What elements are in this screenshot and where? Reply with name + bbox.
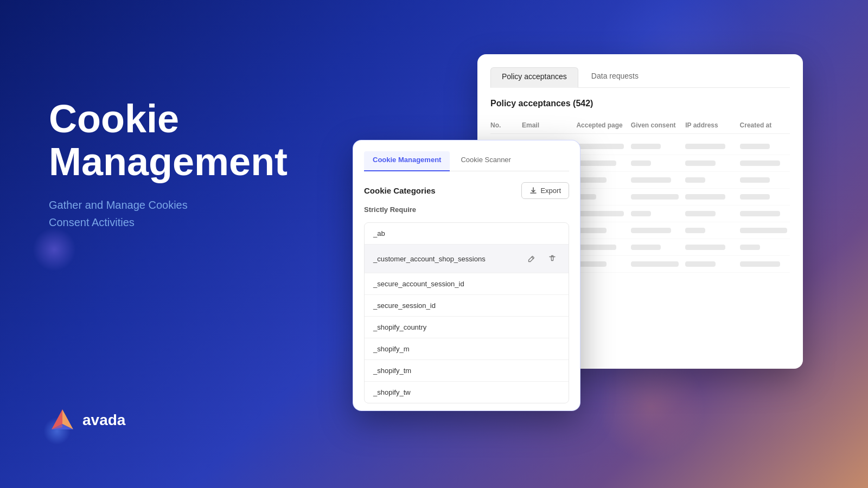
list-item[interactable]: _secure_account_session_id (365, 273, 569, 295)
policy-title: Policy acceptances (542) (490, 99, 790, 108)
list-item[interactable]: _shopify_country (365, 317, 569, 338)
col-given-consent: Given consent (631, 121, 681, 129)
logo-area: avada (49, 407, 125, 434)
list-item[interactable]: _shopify_tw (365, 382, 569, 403)
hero-panel: Cookie Management Gather and Manage Cook… (49, 98, 288, 231)
strictly-require-label: Strictly Require (364, 206, 569, 218)
list-item[interactable]: _customer_account_shop_sessions (365, 245, 569, 273)
export-icon (529, 187, 537, 195)
col-created-at: Created at (740, 121, 790, 129)
cookie-name: _shopify_m (373, 345, 409, 353)
avada-logo-icon (49, 407, 76, 434)
cookie-name: _shopify_tm (373, 367, 411, 375)
cookie-item-actions (524, 251, 560, 266)
hero-title: Cookie Management (49, 98, 288, 183)
cookie-name: _customer_account_shop_sessions (373, 255, 486, 263)
cookie-card-inner: Cookie Management Cookie Scanner Cookie … (353, 140, 580, 218)
hero-subtitle-line2: Consent Activities (49, 216, 135, 228)
col-no: No. (490, 121, 518, 129)
cookie-tabs: Cookie Management Cookie Scanner (364, 151, 569, 171)
cookie-name: _secure_session_id (373, 301, 436, 310)
export-button[interactable]: Export (521, 182, 569, 199)
cookie-name: _shopify_tw (373, 388, 411, 396)
list-item[interactable]: _shopify_m (365, 338, 569, 360)
tab-policy-acceptances[interactable]: Policy acceptances (490, 67, 578, 88)
tab-cookie-management[interactable]: Cookie Management (364, 151, 450, 171)
bg-glow-2 (597, 352, 705, 461)
hero-subtitle-line1: Gather and Manage Cookies (49, 199, 188, 211)
col-accepted-page: Accepted page (576, 121, 626, 129)
delete-icon[interactable] (545, 251, 560, 266)
cookie-categories-header: Cookie Categories Export (364, 182, 569, 199)
cookie-list: _ab _customer_account_shop_sessions (364, 222, 569, 403)
edit-icon[interactable] (524, 251, 539, 266)
list-item[interactable]: _ab (365, 223, 569, 245)
cookie-name: _ab (373, 229, 385, 237)
policy-tabs: Policy acceptances Data requests (490, 67, 790, 88)
cookie-name: _secure_account_session_id (373, 280, 464, 288)
cookie-categories-title: Cookie Categories (364, 186, 436, 195)
cookie-name: _shopify_country (373, 323, 426, 331)
bg-glow-3 (33, 228, 76, 271)
hero-subtitle: Gather and Manage Cookies Consent Activi… (49, 196, 288, 231)
col-ip-address: IP address (685, 121, 735, 129)
list-item[interactable]: _shopify_tm (365, 360, 569, 382)
tab-cookie-scanner[interactable]: Cookie Scanner (452, 151, 520, 171)
hero-title-line2: Management (49, 140, 288, 183)
policy-table-header: No. Email Accepted page Given consent IP… (490, 117, 790, 134)
tab-data-requests[interactable]: Data requests (580, 67, 649, 87)
cookie-management-card: Cookie Management Cookie Scanner Cookie … (353, 140, 580, 411)
col-email: Email (522, 121, 572, 129)
list-item[interactable]: _secure_session_id (365, 295, 569, 317)
hero-title-line1: Cookie (49, 97, 179, 140)
logo-text: avada (82, 412, 125, 429)
export-label: Export (540, 187, 561, 195)
